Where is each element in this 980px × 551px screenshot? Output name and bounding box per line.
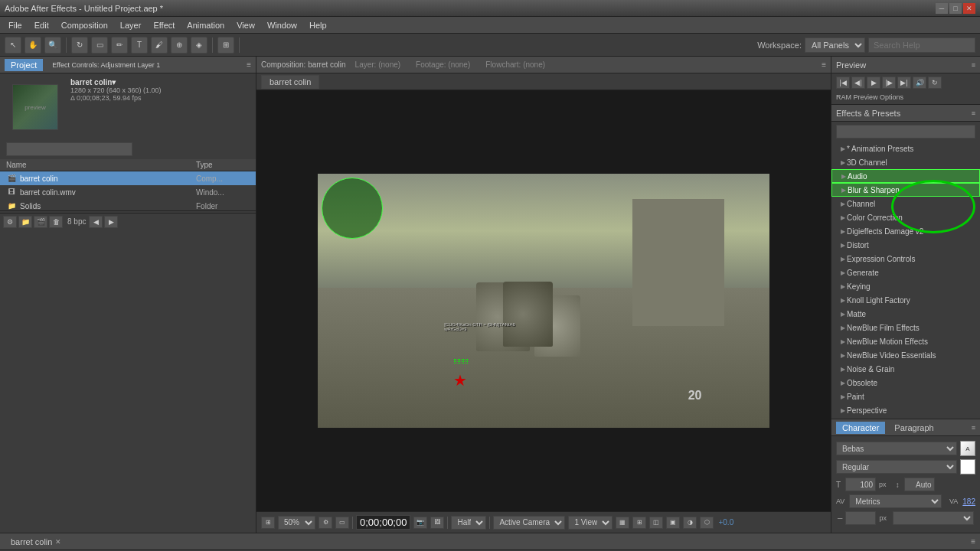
flow-btn[interactable]: ▶ [104,216,118,228]
effects-item-paint[interactable]: ▶ Paint [831,390,980,403]
effects-item-color-correction[interactable]: ▶ Color Correction [831,210,980,224]
effects-item-blur-sharpen[interactable]: ▶ Blur & Sharpen [831,183,980,197]
delete-btn[interactable]: 🗑 [49,216,63,228]
comp-tab-barret-colin[interactable]: barret colin [261,75,319,89]
effects-item-digieffects[interactable]: ▶ Digieffects Damage v2 [831,224,980,238]
tool-select[interactable]: ↖ [5,37,21,54]
font-color-swatch[interactable]: A [960,441,975,456]
timeline-tab-close[interactable]: ✕ [55,538,61,546]
workspace-select[interactable]: All Panels [805,37,865,53]
timeline-tab-barret-colin[interactable]: barret colin ✕ [5,536,67,548]
region-of-interest-btn[interactable]: ▭ [335,517,349,529]
menu-edit[interactable]: Edit [29,19,54,31]
play-btn[interactable]: ▶ [867,77,880,89]
effects-item-channel[interactable]: ▶ Channel [831,197,980,210]
tool-puppet[interactable]: ◈ [191,37,207,54]
effects-item-noise-grain[interactable]: ▶ Noise & Grain [831,362,980,376]
effects-item-revision[interactable]: ▶ RE:Vision Plug-ins [831,417,980,419]
list-item[interactable]: 📁 Solids Folder [0,199,256,213]
font-size-input[interactable]: 100 [845,478,876,491]
stroke-color-swatch[interactable] [960,459,975,474]
jump-to-in-point-btn[interactable]: |◀ [836,77,850,89]
effects-item-newblue-motion[interactable]: ▶ NewBlue Motion Effects [831,334,980,348]
effects-item-perspective[interactable]: ▶ Perspective [831,403,980,417]
menu-help[interactable]: Help [304,19,332,31]
comp-settings-btn[interactable]: ⚙ [318,517,332,529]
loop-btn[interactable]: ↻ [928,77,942,89]
effects-item-knoll[interactable]: ▶ Knoll Light Factory [831,293,980,307]
char-panel-menu-icon[interactable]: ≡ [972,424,975,432]
effects-item-generate[interactable]: ▶ Generate [831,266,980,279]
effects-item-newblue-video[interactable]: ▶ NewBlue Video Essentials [831,348,980,362]
tab-effect-controls[interactable]: Effect Controls: Adjustment Layer 1 [46,60,166,70]
tool-text[interactable]: T [131,37,148,54]
tool-rotate[interactable]: ↻ [71,37,88,54]
snapshot-btn[interactable]: 📷 [413,517,427,529]
leading-input[interactable] [904,478,935,491]
show-snapshot-btn[interactable]: 🖼 [430,517,444,529]
effects-item-expression-controls[interactable]: ▶ Expression Controls [831,252,980,266]
effects-search-input[interactable] [836,125,975,139]
font-style-select[interactable]: Regular [836,460,957,474]
audio-btn[interactable]: 🔊 [913,77,926,89]
maximize-button[interactable]: □ [949,3,962,14]
quality-select[interactable]: Half [451,516,486,530]
effects-item-keying[interactable]: ▶ Keying [831,279,980,293]
left-panel-close[interactable]: ≡ [247,60,251,69]
effects-item-obsolete[interactable]: ▶ Obsolete [831,376,980,390]
pixel-aspect-btn[interactable]: ▣ [666,517,680,529]
tool-snap[interactable]: ⊞ [217,37,234,54]
search-help-input[interactable] [868,37,975,53]
transparency-grid-btn[interactable]: ⊞ [632,517,646,529]
effects-item-animation-presets[interactable]: ▶ * Animation Presets [831,142,980,155]
comp-panel-close[interactable]: ≡ [822,60,826,69]
color-settings-btn[interactable]: ◀ [89,216,103,228]
interpret-footage-btn[interactable]: ⚙ [3,216,17,228]
menu-effect[interactable]: Effect [148,19,180,31]
menu-view[interactable]: View [231,19,260,31]
tab-paragraph[interactable]: Paragraph [888,422,939,434]
view-select[interactable]: 1 View [568,516,612,530]
timeline-panel-close[interactable]: ≡ [971,537,975,546]
tool-hand[interactable]: ✋ [24,37,41,54]
tool-clone[interactable]: ⊕ [171,37,188,54]
tracking-value[interactable]: 182 [962,497,975,506]
list-item[interactable]: 🎬 barret colin Comp... [0,171,256,185]
camera-select[interactable]: Active Camera [493,516,565,530]
effects-item-audio[interactable]: ▶ Audio [831,169,980,183]
new-comp-btn[interactable]: 🎬 [34,216,47,228]
list-item[interactable]: 🎞 barret colin.wmv Windo... [0,185,256,199]
tool-pen[interactable]: ✏ [111,37,128,54]
jump-to-out-point-btn[interactable]: ▶| [897,77,911,89]
effects-panel-menu-icon[interactable]: ≡ [972,109,975,117]
preview-options-icon[interactable]: ≡ [972,61,975,69]
effects-item-3d-channel[interactable]: ▶ 3D Channel [831,155,980,169]
close-button[interactable]: ✕ [963,3,975,14]
minimize-button[interactable]: ─ [936,3,948,14]
menu-window[interactable]: Window [262,19,302,31]
tool-brush[interactable]: 🖌 [151,37,168,54]
step-forward-btn[interactable]: |▶ [882,77,896,89]
effects-item-newblue-film[interactable]: ▶ NewBlue Film Effects [831,321,980,334]
menu-animation[interactable]: Animation [181,19,230,31]
new-folder-btn[interactable]: 📁 [18,216,32,228]
project-search-input[interactable] [6,142,132,156]
motion-blur-btn[interactable]: ◑ [683,517,697,529]
font-family-select[interactable]: Bebas [836,442,957,455]
stroke-width-input[interactable] [845,511,876,525]
draft-3d-btn[interactable]: ⬡ [700,517,714,529]
tab-character[interactable]: Character [836,422,885,434]
step-back-btn[interactable]: ◀| [851,77,865,89]
effects-item-distort[interactable]: ▶ Distort [831,238,980,252]
menu-layer[interactable]: Layer [115,19,147,31]
zoom-select[interactable]: 50% [278,516,315,530]
always-preview-btn[interactable]: ⊞ [261,517,275,529]
kerning-select[interactable]: Metrics [849,494,942,508]
current-timecode[interactable]: 0;00;00;00 [356,515,410,530]
menu-composition[interactable]: Composition [56,19,113,31]
tool-rect[interactable]: ▭ [91,37,108,54]
menu-file[interactable]: File [3,19,28,31]
tab-project[interactable]: Project [5,59,43,71]
tool-zoom[interactable]: 🔍 [44,37,61,54]
comp-canvas[interactable]: ★ ⣿⣿⣿⣿ 20 [CUG4]KaOn GTR = [0HN]7ANtA6wA… [318,174,769,428]
